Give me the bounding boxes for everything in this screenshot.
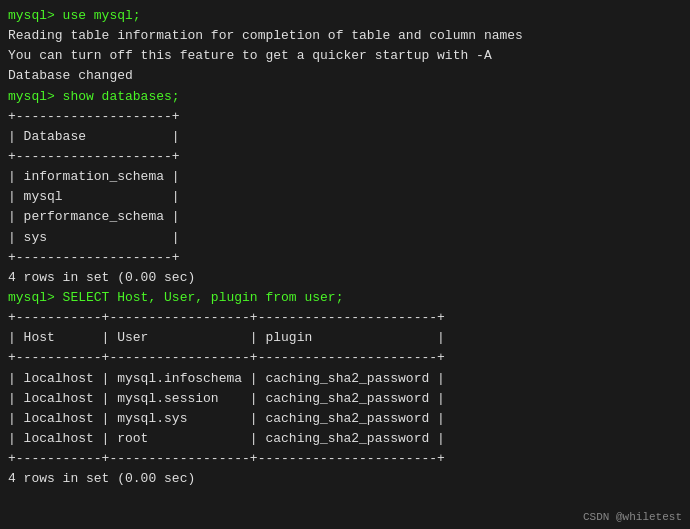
- terminal-line: | performance_schema |: [8, 207, 682, 227]
- terminal-line: You can turn off this feature to get a q…: [8, 46, 682, 66]
- terminal-line: mysql> show databases;: [8, 87, 682, 107]
- terminal-line: Reading table information for completion…: [8, 26, 682, 46]
- terminal-line: +--------------------+: [8, 107, 682, 127]
- terminal-line: | localhost | mysql.session | caching_sh…: [8, 389, 682, 409]
- terminal-line: +-----------+------------------+--------…: [8, 308, 682, 328]
- terminal-line: +-----------+------------------+--------…: [8, 348, 682, 368]
- terminal-line: | localhost | mysql.infoschema | caching…: [8, 369, 682, 389]
- terminal-line: +-----------+------------------+--------…: [8, 449, 682, 469]
- terminal-output: mysql> use mysql;Reading table informati…: [0, 0, 690, 529]
- terminal-line: mysql> use mysql;: [8, 6, 682, 26]
- terminal-line: | localhost | root | caching_sha2_passwo…: [8, 429, 682, 449]
- terminal-line: 4 rows in set (0.00 sec): [8, 469, 682, 489]
- terminal-line: | mysql |: [8, 187, 682, 207]
- terminal-line: | sys |: [8, 228, 682, 248]
- terminal-line: | Host | User | plugin |: [8, 328, 682, 348]
- terminal-line: +--------------------+: [8, 248, 682, 268]
- terminal-line: | localhost | mysql.sys | caching_sha2_p…: [8, 409, 682, 429]
- terminal-line: 4 rows in set (0.00 sec): [8, 268, 682, 288]
- terminal-line: mysql> SELECT Host, User, plugin from us…: [8, 288, 682, 308]
- terminal-line: Database changed: [8, 66, 682, 86]
- terminal-line: | information_schema |: [8, 167, 682, 187]
- watermark: CSDN @whiletest: [583, 511, 682, 523]
- terminal-line: +--------------------+: [8, 147, 682, 167]
- terminal-line: | Database |: [8, 127, 682, 147]
